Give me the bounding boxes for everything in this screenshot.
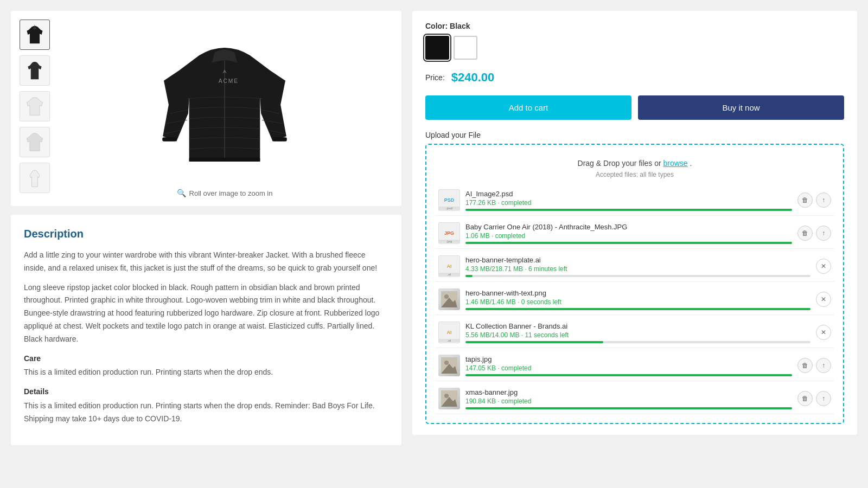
file-name: KL Collection Banner - Brands.ai (465, 322, 810, 330)
delete-button[interactable]: 🗑 (797, 192, 813, 208)
dropzone-subtext: Accepted files: all file types (435, 171, 834, 178)
upload-dropzone[interactable]: Drag & Drop your files or browse . Accep… (425, 144, 844, 424)
delete-button[interactable]: 🗑 (797, 358, 813, 373)
file-item: xmas-banner.jpg 190.84 KB · completed 🗑↑ (435, 383, 834, 414)
svg-rect-5 (162, 137, 176, 141)
file-name: hero-banner-template.ai (465, 256, 810, 264)
file-thumbnail (438, 288, 460, 310)
left-panel: ACME 🔍 Roll over image to zoom in (11, 11, 401, 445)
color-swatch-white[interactable] (454, 36, 477, 60)
file-status: 4.33 MB/218.71 MB · 6 minutes left (465, 265, 810, 273)
svg-point-8 (444, 294, 449, 299)
file-item: tapis.jpg 147.05 KB · completed 🗑↑ (435, 350, 834, 381)
file-item: hero-banner-with-text.png 1.46 MB/1.46 M… (435, 284, 834, 315)
color-swatch-black[interactable] (425, 36, 449, 60)
file-actions: ✕ (816, 325, 831, 340)
description-body: Add a little zing to your winter wardrob… (24, 249, 388, 426)
progress-bar (465, 341, 603, 343)
file-name: tapis.jpg (465, 355, 792, 363)
svg-point-11 (444, 361, 449, 365)
file-item: ai .ai KL Collection Banner - Brands.ai … (435, 317, 834, 348)
cancel-button[interactable]: ✕ (816, 259, 831, 274)
zoom-icon: 🔍 (177, 189, 186, 197)
file-info: hero-banner-with-text.png 1.46 MB/1.46 M… (465, 289, 810, 310)
color-swatches (425, 36, 844, 60)
color-label-text: Color: (425, 22, 448, 30)
color-label: Color: Black (425, 22, 844, 30)
thumbnail-4[interactable] (20, 127, 50, 157)
file-status: 190.84 KB · completed (465, 397, 792, 405)
file-name: AI_Image2.psd (465, 190, 792, 198)
add-to-cart-button[interactable]: Add to cart (425, 95, 631, 120)
cancel-button[interactable]: ✕ (816, 292, 831, 307)
thumbnail-5[interactable] (20, 163, 50, 193)
main-product-image: ACME (132, 20, 317, 182)
file-status: 5.56 MB/14.00 MB · 11 seconds left (465, 331, 810, 339)
description-title: Description (24, 228, 388, 240)
file-name: xmas-banner.jpg (465, 388, 792, 396)
price-value: $240.00 (451, 70, 495, 85)
progress-bar-container (465, 242, 792, 244)
thumbnail-1[interactable] (20, 20, 50, 50)
progress-bar (465, 374, 792, 376)
buy-now-button[interactable]: Buy it now (638, 95, 844, 120)
file-item: psd .psd AI_Image2.psd 177.26 KB · compl… (435, 185, 834, 216)
file-actions: 🗑↑ (797, 391, 831, 406)
file-actions: 🗑↑ (797, 358, 831, 373)
description-section: Description Add a little zing to your wi… (11, 215, 401, 445)
care-text: This is a limited edition production run… (24, 366, 388, 379)
dropzone-period: . (690, 159, 692, 168)
file-info: tapis.jpg 147.05 KB · completed (465, 355, 792, 376)
care-label: Care (24, 352, 388, 365)
action-buttons: Add to cart Buy it now (425, 95, 844, 120)
file-thumbnail: psd .psd (438, 189, 460, 211)
file-item: jpg .jpg Baby Carrier One Air (2018) - A… (435, 218, 834, 249)
desc-para1: Add a little zing to your winter wardrob… (24, 249, 388, 275)
reupload-button[interactable]: ↑ (816, 358, 831, 373)
delete-button[interactable]: 🗑 (797, 391, 813, 406)
upload-section-label: Upload your File (425, 131, 844, 139)
price-label: Price: (425, 73, 445, 82)
svg-point-14 (444, 394, 449, 398)
reupload-button[interactable]: ↑ (816, 192, 831, 208)
thumbnail-list (20, 20, 50, 197)
zoom-hint: 🔍 Roll over image to zoom in (177, 189, 273, 197)
file-list: psd .psd AI_Image2.psd 177.26 KB · compl… (435, 185, 834, 414)
details-text: This is a limited edition production run… (24, 400, 388, 426)
file-status: 177.26 KB · completed (465, 199, 792, 207)
desc-para2: Long sleeve ripstop jacket color blocked… (24, 281, 388, 346)
progress-bar-container (465, 374, 792, 376)
reupload-button[interactable]: ↑ (816, 226, 831, 241)
file-info: Baby Carrier One Air (2018) - Anthracite… (465, 223, 792, 244)
delete-button[interactable]: 🗑 (797, 226, 813, 241)
right-panel: Color: Black Price: $240.00 Add to cart … (412, 11, 857, 445)
file-item: ai .ai hero-banner-template.ai 4.33 MB/2… (435, 251, 834, 282)
file-status: 1.46 MB/1.46 MB · 0 seconds left (465, 298, 810, 306)
progress-bar (465, 308, 810, 310)
product-options: Color: Black Price: $240.00 Add to cart … (412, 11, 857, 435)
file-status: 147.05 KB · completed (465, 364, 792, 372)
thumbnail-2[interactable] (20, 55, 50, 86)
dropzone-header: Drag & Drop your files or browse . (435, 153, 834, 171)
file-thumbnail: jpg .jpg (438, 222, 460, 244)
file-status: 1.06 MB · completed (465, 232, 792, 240)
svg-rect-6 (273, 137, 287, 141)
svg-rect-0 (33, 28, 36, 29)
progress-bar-container (465, 308, 810, 310)
file-thumbnail: ai .ai (438, 322, 460, 343)
dropzone-browse-link[interactable]: browse (663, 159, 688, 168)
file-info: hero-banner-template.ai 4.33 MB/218.71 M… (465, 256, 810, 277)
progress-bar (465, 275, 473, 277)
cancel-button[interactable]: ✕ (816, 325, 831, 340)
thumbnail-3[interactable] (20, 91, 50, 121)
reupload-button[interactable]: ↑ (816, 391, 831, 406)
file-actions: ✕ (816, 259, 831, 274)
file-actions: ✕ (816, 292, 831, 307)
progress-bar (465, 407, 792, 409)
progress-bar (465, 209, 792, 211)
color-value: Black (450, 22, 470, 30)
progress-bar (465, 242, 792, 244)
svg-rect-4 (189, 158, 260, 162)
progress-bar-container (465, 209, 792, 211)
file-name: Baby Carrier One Air (2018) - Anthracite… (465, 223, 792, 231)
